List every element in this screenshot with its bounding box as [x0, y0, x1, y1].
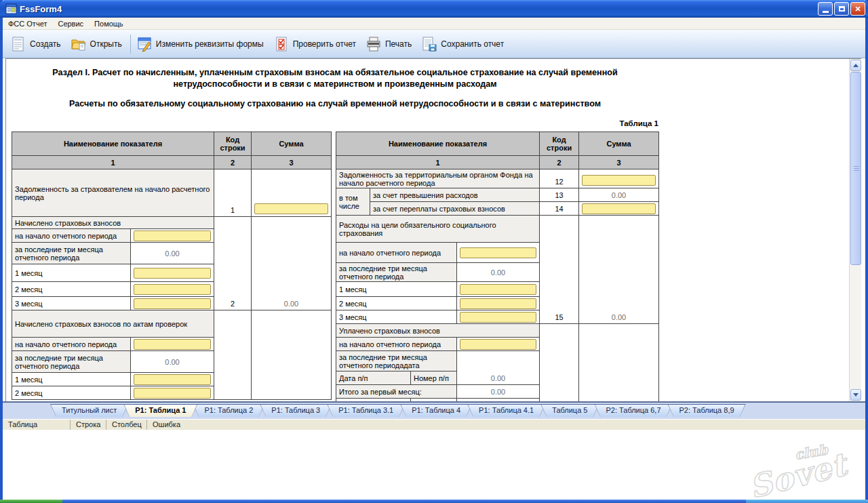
expenses-start-input[interactable]: [460, 247, 536, 258]
row-label: 2 месяц: [12, 282, 131, 297]
accrued-month2-input[interactable]: [134, 284, 211, 295]
print-button[interactable]: Печать: [362, 34, 418, 54]
open-button[interactable]: Открыть: [67, 34, 128, 54]
scroll-down-button[interactable]: [850, 389, 861, 401]
number-column-label: Номер п/п: [411, 371, 457, 385]
col-number: 1: [12, 156, 214, 169]
tab-table5[interactable]: Таблица 5: [540, 404, 599, 417]
group-label: в том числе: [336, 188, 370, 216]
col-header-sum: Сумма: [252, 132, 332, 156]
sum-input-row12[interactable]: [582, 175, 656, 186]
taskbar-tray-edge: [746, 500, 868, 503]
date-column-label: Дата п/п: [336, 371, 411, 385]
tab-r2-table6-7[interactable]: Р2: Таблица 6,7: [594, 404, 672, 417]
acts-month1-input[interactable]: [134, 374, 211, 385]
edit-form-icon: [136, 36, 153, 52]
status-field-error: Ошибка: [147, 420, 865, 430]
close-button[interactable]: ✕: [850, 2, 865, 16]
value-readonly: 0.00: [131, 243, 214, 264]
menu-help[interactable]: Помощь: [89, 18, 129, 29]
row-label: за счет превышения расходов: [370, 188, 540, 202]
table1-left: Наименование показателя Код строки Сумма…: [12, 132, 332, 400]
accrued-month1-input[interactable]: [134, 268, 211, 279]
col-header-sum: Сумма: [579, 132, 659, 156]
check-report-button[interactable]: Проверить отчет: [270, 34, 362, 54]
tab-r1-table1[interactable]: Р1: Таблица 1: [123, 404, 197, 417]
create-button[interactable]: Создать: [7, 34, 67, 54]
tab-r1-table4[interactable]: Р1: Таблица 4: [400, 404, 472, 417]
value-cell: [457, 310, 540, 324]
row-label: на начало отчетного периода: [12, 338, 131, 351]
value-cell: [131, 373, 214, 386]
minimize-icon: [823, 11, 829, 13]
tab-r1-table3-1[interactable]: Р1: Таблица 3.1: [327, 404, 405, 417]
arrow-up-icon: [853, 64, 859, 67]
acts-month2-input[interactable]: [134, 388, 211, 399]
sum-cell: [252, 169, 332, 217]
section-row-label: Начислено страховых взносов: [12, 217, 214, 229]
edit-form-button[interactable]: Изменить реквизиты формы: [133, 34, 270, 54]
tab-r1-table2[interactable]: Р1: Таблица 2: [193, 404, 264, 417]
start-button-edge[interactable]: [0, 500, 62, 503]
tab-r1-table3[interactable]: Р1: Таблица 3: [260, 404, 332, 417]
expenses-month2-input[interactable]: [460, 298, 536, 309]
menu-service[interactable]: Сервис: [52, 18, 89, 29]
tab-r2-table8-9[interactable]: Р2: Таблица 8,9: [668, 404, 746, 417]
taskbar-main-edge: [62, 500, 746, 503]
section-subtitle: Расчеты по обязательному социальному стр…: [12, 99, 658, 108]
value-cell: [131, 264, 214, 282]
accrued-start-input[interactable]: [134, 230, 211, 241]
paid-start-input[interactable]: [460, 339, 536, 350]
row-label: за последние три месяца отчетного период…: [12, 351, 131, 373]
acts-start-input[interactable]: [134, 339, 211, 350]
minimize-button[interactable]: [818, 2, 833, 16]
value-readonly: 0.00: [457, 351, 540, 385]
title-bar: FssForm4 ✕: [0, 0, 868, 18]
expenses-month1-input[interactable]: [460, 284, 536, 295]
row-label: за последние три месяца отчетного период…: [12, 243, 131, 264]
new-report-icon: [10, 36, 26, 52]
tab-title-sheet[interactable]: Титульный лист: [50, 404, 128, 417]
tab-r1-table4-1[interactable]: Р1: Таблица 4.1: [467, 404, 545, 417]
save-report-button[interactable]: Сохранить отчет: [418, 34, 510, 54]
vertical-scrollbar[interactable]: [849, 59, 861, 401]
row-label: за счет переплаты страховых взносов: [370, 202, 540, 216]
form-background: club Sovet: [3, 430, 865, 500]
value-cell: [457, 338, 540, 351]
value-readonly: 0.00: [457, 385, 540, 399]
sum-readonly: 0.00: [579, 188, 659, 202]
create-label: Создать: [30, 39, 61, 49]
value-cell: [457, 282, 540, 297]
table1-right: Наименование показателя Код строки Сумма…: [336, 132, 659, 401]
row-code: 12: [540, 169, 579, 188]
maximize-button[interactable]: [834, 2, 849, 16]
col-number: 1: [336, 156, 540, 169]
sum-cell-empty: [252, 310, 332, 400]
col-number: 3: [252, 156, 332, 169]
sum-input-row14[interactable]: [582, 203, 656, 214]
value-cell: [131, 282, 214, 297]
row-code-empty: [540, 324, 579, 402]
table-caption: Таблица 1: [336, 119, 658, 127]
expenses-month3-input[interactable]: [460, 312, 536, 323]
open-label: Открыть: [90, 39, 122, 49]
save-report-icon: [421, 36, 437, 52]
section-heading: Раздел I. Расчет по начисленным, уплачен…: [12, 67, 658, 108]
row-label: за последние три месяца отчетного период…: [336, 263, 457, 282]
row-code: 14: [540, 202, 579, 216]
open-report-icon: [71, 36, 87, 52]
row-code: 15: [540, 216, 579, 324]
menu-bar: ФСС Отчет Сервис Помощь: [3, 18, 865, 30]
menu-fss-report[interactable]: ФСС Отчет: [3, 18, 52, 29]
scrollbar-thumb[interactable]: [850, 72, 861, 265]
sum-readonly: 0.00: [579, 216, 659, 324]
col-header-code: Код строки: [214, 132, 252, 156]
watermark: club Sovet: [743, 437, 850, 503]
report-canvas: Раздел I. Расчет по начисленным, уплачен…: [5, 58, 861, 401]
col-header-code: Код строки: [540, 132, 579, 156]
scroll-up-button[interactable]: [850, 60, 861, 71]
section-row-label: Уплачено страховых взносов: [336, 324, 540, 338]
row-code: 1: [214, 169, 252, 217]
sum-input-row1[interactable]: [254, 203, 328, 214]
accrued-month3-input[interactable]: [134, 298, 211, 309]
